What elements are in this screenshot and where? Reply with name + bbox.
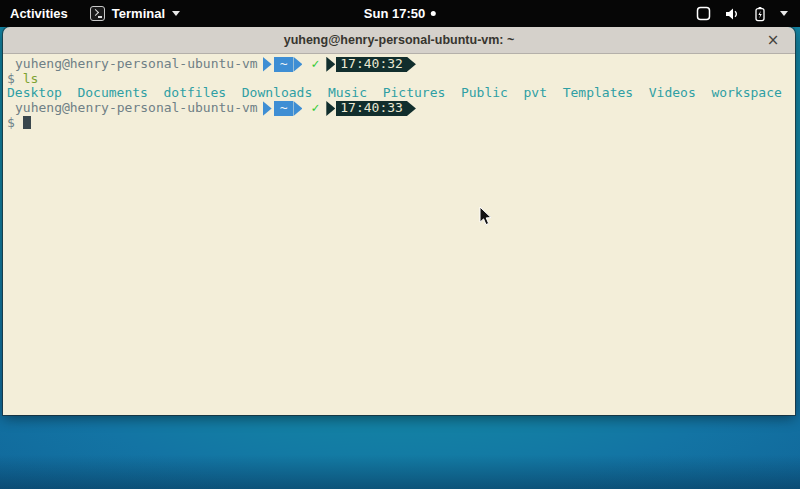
clock-label: Sun 17:50 <box>364 6 425 21</box>
powerline-segments: ~ ✓ 17:40:32 <box>263 57 416 72</box>
directory-name: dotfiles <box>164 85 227 100</box>
input-line[interactable]: $ <box>7 116 795 131</box>
clock-menu[interactable]: Sun 17:50 <box>364 0 436 27</box>
directory-name: pvt <box>524 85 547 100</box>
directory-name: workspace <box>711 85 781 100</box>
powerline-segments: ~ ✓ 17:40:33 <box>263 101 416 116</box>
desktop-screen: Activities Terminal Sun 17:50 <box>0 0 800 489</box>
screen-icon <box>696 6 711 21</box>
command-line: $ ls <box>7 72 795 87</box>
terminal-cursor <box>23 116 31 129</box>
status-check-icon: ✓ <box>311 101 319 116</box>
battery-charging-icon <box>753 6 767 22</box>
terminal-content[interactable]: yuheng@henry-personal-ubuntu-vm ~ ✓ 17:4… <box>3 54 795 415</box>
app-menu-label: Terminal <box>112 6 165 21</box>
window-titlebar[interactable]: yuheng@henry-personal-ubuntu-vm: ~ × <box>3 27 795 54</box>
command-text: ls <box>23 71 39 86</box>
powerline-arrow-icon <box>407 101 416 116</box>
ls-output-line: DesktopDocumentsdotfilesDownloadsMusicPi… <box>7 86 795 101</box>
prompt-line: yuheng@henry-personal-ubuntu-vm ~ ✓ 17:4… <box>7 101 795 116</box>
directory-name: Templates <box>563 85 633 100</box>
directory-name: Videos <box>649 85 696 100</box>
top-bar: Activities Terminal Sun 17:50 <box>0 0 800 27</box>
prompt-user-host: yuheng@henry-personal-ubuntu-vm <box>15 57 258 72</box>
directory-name: Downloads <box>242 85 312 100</box>
status-check-icon: ✓ <box>311 57 319 72</box>
directory-name: Pictures <box>383 85 446 100</box>
prompt-time-segment: 17:40:33 <box>336 101 407 116</box>
powerline-arrow-icon <box>263 57 272 72</box>
powerline-arrow-icon <box>293 101 302 116</box>
directory-name: Public <box>461 85 508 100</box>
chevron-down-icon <box>172 11 180 16</box>
prompt-dollar: $ <box>7 71 15 86</box>
prompt-line: yuheng@henry-personal-ubuntu-vm ~ ✓ 17:4… <box>7 57 795 72</box>
powerline-arrow-icon <box>293 57 302 72</box>
powerline-arrow-icon <box>326 57 335 72</box>
notification-dot-icon <box>431 11 436 16</box>
directory-name: Music <box>328 85 367 100</box>
prompt-time-segment: 17:40:32 <box>336 57 407 72</box>
prompt-user-host: yuheng@henry-personal-ubuntu-vm <box>15 101 258 116</box>
powerline-arrow-icon <box>407 57 416 72</box>
terminal-app-icon <box>90 6 105 21</box>
directory-name: Documents <box>77 85 147 100</box>
powerline-arrow-icon <box>326 101 335 116</box>
app-menu-terminal[interactable]: Terminal <box>80 0 190 27</box>
terminal-window: yuheng@henry-personal-ubuntu-vm: ~ × yuh… <box>3 27 795 415</box>
system-status-menu[interactable] <box>692 0 792 27</box>
volume-icon <box>724 6 740 22</box>
prompt-path-segment: ~ <box>274 57 294 72</box>
prompt-path-segment: ~ <box>274 101 294 116</box>
activities-button[interactable]: Activities <box>0 0 80 27</box>
powerline-arrow-icon <box>263 101 272 116</box>
close-button[interactable]: × <box>761 27 785 53</box>
directory-name: Desktop <box>7 85 62 100</box>
chevron-down-icon <box>780 11 788 16</box>
prompt-dollar: $ <box>7 115 15 130</box>
window-title: yuheng@henry-personal-ubuntu-vm: ~ <box>284 33 515 47</box>
